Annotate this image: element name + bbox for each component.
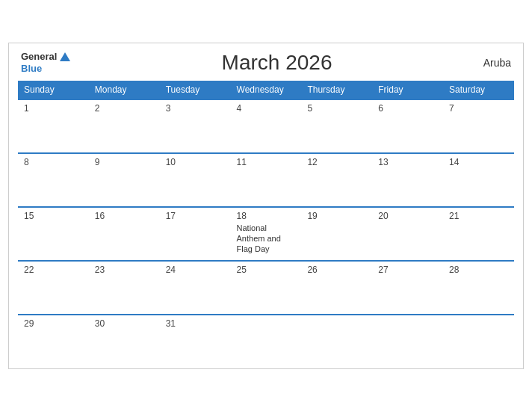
calendar-day-cell: 21 [443, 207, 514, 261]
day-number: 1 [24, 103, 83, 114]
calendar-day-cell: 8 [18, 153, 89, 207]
logo-triangle-icon [60, 52, 70, 61]
day-number: 26 [307, 265, 366, 275]
day-number: 21 [449, 211, 508, 221]
calendar-day-cell [301, 315, 372, 359]
logo: General Blue [21, 51, 70, 74]
weekday-header-wednesday: Wednesday [231, 81, 302, 99]
calendar-day-cell: 10 [160, 153, 231, 207]
calendar-day-cell: 4 [231, 99, 302, 153]
calendar-title: March 2026 [222, 51, 332, 75]
calendar-day-cell: 31 [160, 315, 231, 359]
calendar-day-cell: 16 [89, 207, 160, 261]
weekday-header-tuesday: Tuesday [160, 81, 231, 99]
day-number: 12 [307, 157, 366, 167]
day-number: 20 [378, 211, 437, 221]
calendar-day-cell: 12 [301, 153, 372, 207]
weekday-header-saturday: Saturday [443, 81, 514, 99]
calendar-day-cell: 22 [18, 261, 89, 315]
calendar-day-cell: 27 [372, 261, 443, 315]
calendar-week-row: 293031 [18, 315, 514, 359]
calendar-day-cell: 29 [18, 315, 89, 359]
calendar-day-cell: 20 [372, 207, 443, 261]
day-number: 8 [24, 157, 83, 167]
calendar-day-cell [372, 315, 443, 359]
day-number: 18 [237, 211, 296, 221]
calendar-day-cell: 25 [231, 261, 302, 315]
calendar-day-cell: 23 [89, 261, 160, 315]
calendar-day-cell [231, 315, 302, 359]
day-number: 10 [166, 157, 225, 167]
calendar-day-cell: 7 [443, 99, 514, 153]
calendar-day-cell: 30 [89, 315, 160, 359]
day-number: 28 [449, 265, 508, 275]
day-number: 5 [307, 103, 366, 114]
calendar-day-cell: 3 [160, 99, 231, 153]
day-number: 11 [237, 157, 296, 167]
day-number: 15 [24, 211, 83, 221]
day-event: National Anthem and Flag Day [237, 223, 296, 255]
weekday-header-monday: Monday [89, 81, 160, 99]
calendar-day-cell: 11 [231, 153, 302, 207]
weekday-header-sunday: Sunday [18, 81, 89, 99]
calendar-day-cell: 13 [372, 153, 443, 207]
day-number: 19 [307, 211, 366, 221]
calendar-day-cell: 15 [18, 207, 89, 261]
calendar-day-cell: 6 [372, 99, 443, 153]
calendar-country: Aruba [483, 57, 511, 69]
logo-general-text: General [21, 51, 57, 63]
day-number: 4 [237, 103, 296, 114]
day-number: 29 [24, 318, 83, 329]
calendar-day-cell: 5 [301, 99, 372, 153]
calendar-day-cell: 1 [18, 99, 89, 153]
calendar-day-cell: 9 [89, 153, 160, 207]
day-number: 7 [449, 103, 508, 114]
calendar-week-row: 891011121314 [18, 153, 514, 207]
calendar-grid: SundayMondayTuesdayWednesdayThursdayFrid… [18, 81, 514, 359]
day-number: 31 [166, 318, 225, 329]
weekday-header-friday: Friday [372, 81, 443, 99]
day-number: 6 [378, 103, 437, 114]
calendar-day-cell: 2 [89, 99, 160, 153]
day-number: 9 [95, 157, 154, 167]
day-number: 22 [24, 265, 83, 275]
day-number: 30 [95, 318, 154, 329]
day-number: 2 [95, 103, 154, 114]
day-number: 24 [166, 265, 225, 275]
calendar-week-row: 15161718National Anthem and Flag Day1920… [18, 207, 514, 261]
weekday-header-row: SundayMondayTuesdayWednesdayThursdayFrid… [18, 81, 514, 99]
calendar-day-cell: 19 [301, 207, 372, 261]
day-number: 3 [166, 103, 225, 114]
calendar-week-row: 1234567 [18, 99, 514, 153]
calendar-day-cell: 24 [160, 261, 231, 315]
day-number: 14 [449, 157, 508, 167]
calendar-day-cell: 26 [301, 261, 372, 315]
day-number: 23 [95, 265, 154, 275]
calendar-day-cell [443, 315, 514, 359]
day-number: 13 [378, 157, 437, 167]
day-number: 27 [378, 265, 437, 275]
calendar-day-cell: 28 [443, 261, 514, 315]
weekday-header-thursday: Thursday [301, 81, 372, 99]
calendar-day-cell: 17 [160, 207, 231, 261]
day-number: 25 [237, 265, 296, 275]
calendar-week-row: 22232425262728 [18, 261, 514, 315]
day-number: 17 [166, 211, 225, 221]
calendar-day-cell: 18National Anthem and Flag Day [231, 207, 302, 261]
day-number: 16 [95, 211, 154, 221]
calendar-day-cell: 14 [443, 153, 514, 207]
calendar-container: General Blue March 2026 Aruba SundayMond… [8, 43, 524, 369]
calendar-header: General Blue March 2026 Aruba [18, 51, 514, 75]
logo-blue-text: Blue [21, 63, 70, 75]
